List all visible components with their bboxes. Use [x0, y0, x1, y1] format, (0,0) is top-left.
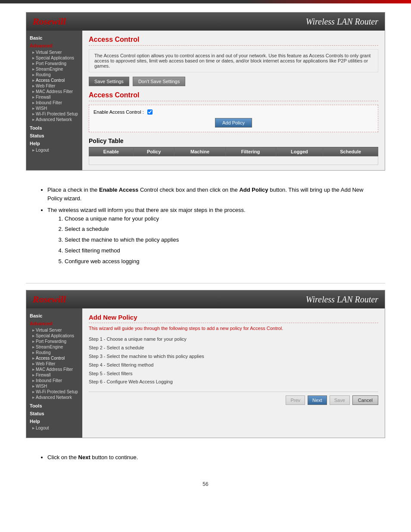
cancel-button[interactable]: Cancel — [352, 395, 378, 405]
sidebar-item-inbound-filter-1[interactable]: Inbound Filter — [26, 100, 82, 106]
wizard-step-4: Step 4 - Select filtering method — [89, 361, 378, 370]
sidebar-help-1[interactable]: Help — [26, 140, 82, 147]
sidebar-item-wifi-setup-1[interactable]: Wi-Fi Protected Setup — [26, 111, 82, 117]
step-4: Select filtering method — [65, 246, 377, 255]
th-enable-1: Enable — [89, 147, 134, 156]
th-logged-1: Logged — [276, 147, 323, 156]
enable-access-row-1: Enable Access Control : — [93, 109, 374, 115]
sidebar-item-wish-1[interactable]: WISH — [26, 106, 82, 111]
sidebar-item-virtual-server-1[interactable]: Virtual Server — [26, 50, 82, 55]
steps-list-1: Choose a unique name for your policy Sel… — [47, 215, 377, 266]
add-policy-button-1[interactable]: Add Policy — [215, 118, 252, 128]
top-accent-bar — [0, 0, 411, 3]
sidebar-item-access-control-2[interactable]: Access Control — [26, 355, 82, 361]
next-button[interactable]: Next — [308, 395, 327, 405]
sidebar-2: Basic Advanced Virtual Server Special Ap… — [26, 308, 82, 438]
bullet-item-next: Click on the Next button to continue. — [47, 453, 377, 462]
router-header-2: Rosewill Wireless LAN Router — [26, 290, 385, 308]
router-title-2: Wireless LAN Router — [306, 295, 378, 305]
router-panel-2: Rosewill Wireless LAN Router Basic Advan… — [26, 290, 385, 438]
wizard-step-3: Step 3 - Select the machine to which thi… — [89, 352, 378, 361]
th-policy-1: Policy — [133, 147, 174, 156]
sidebar-status-1[interactable]: Status — [26, 132, 82, 140]
sidebar-item-web-filter-1[interactable]: Web Filter — [26, 83, 82, 89]
bullet-item-2: The wireless wizard will inform you that… — [47, 206, 377, 266]
save-settings-button-1[interactable]: Save Settings — [89, 77, 129, 86]
button-row-1: Save Settings Don't Save Settings — [89, 77, 378, 86]
sidebar-item-special-apps-1[interactable]: Special Applications — [26, 55, 82, 61]
router-logo-2: Rosewill — [33, 294, 66, 305]
instructions-1: Place a check in the Enable Access Contr… — [26, 179, 385, 277]
prev-button[interactable]: Prev — [286, 395, 305, 405]
bold-enable-access: Enable Access — [99, 187, 138, 193]
wizard-buttons: Prev Next Save Cancel — [89, 392, 378, 405]
sidebar-tools-2[interactable]: Tools — [26, 402, 82, 410]
wizard-step-1: Step 1 - Choose a unique name for your p… — [89, 335, 378, 344]
sidebar-item-inbound-filter-2[interactable]: Inbound Filter — [26, 378, 82, 383]
table-row-empty-1 — [89, 156, 378, 165]
access-control-sub-title-1: Access Control — [89, 91, 378, 101]
sidebar-item-virtual-server-2[interactable]: Virtual Server — [26, 327, 82, 333]
sidebar-advanced-2[interactable]: Advanced — [26, 320, 82, 327]
description-box-1: The Access Control option allows you to … — [89, 49, 378, 72]
wizard-save-button[interactable]: Save — [330, 395, 350, 405]
th-machine-1: Machine — [174, 147, 225, 156]
enable-label-1: Enable Access Control : — [93, 109, 144, 115]
bullet-item-1: Place a check in the Enable Access Contr… — [47, 186, 377, 202]
sidebar-item-advanced-network-2[interactable]: Advanced Network — [26, 395, 82, 400]
sidebar-basic-1[interactable]: Basic — [26, 34, 82, 42]
sidebar-logout-1[interactable]: Logout — [26, 147, 82, 153]
sidebar-logout-2[interactable]: Logout — [26, 425, 82, 431]
policy-table-title-1: Policy Table — [89, 137, 378, 144]
sidebar-status-2[interactable]: Status — [26, 410, 82, 417]
sidebar-item-mac-filter-2[interactable]: MAC Address Filter — [26, 367, 82, 372]
step-1: Choose a unique name for your policy — [65, 215, 377, 224]
router-panel-1: Rosewill Wireless LAN Router Basic Advan… — [26, 12, 385, 171]
sidebar-item-routing-1[interactable]: Routing — [26, 72, 82, 78]
policy-table-section-1: Policy Table Enable Policy Machine Filte… — [89, 137, 378, 165]
router-header-1: Rosewill Wireless LAN Router — [26, 12, 385, 31]
enable-access-checkbox-1[interactable] — [147, 109, 153, 115]
bullet-list-1: Place a check in the Enable Access Contr… — [39, 186, 377, 266]
wizard-step-5: Step 5 - Select filters — [89, 370, 378, 378]
dont-save-button-1[interactable]: Don't Save Settings — [133, 77, 185, 86]
wizard-steps: Step 1 - Choose a unique name for your p… — [89, 335, 378, 386]
policy-table-1: Enable Policy Machine Filtering Logged S… — [89, 147, 378, 165]
sidebar-item-port-fwd-2[interactable]: Port Forwarding — [26, 339, 82, 344]
add-policy-row-1: Add Policy — [93, 118, 374, 128]
page-content: Rosewill Wireless LAN Router Basic Advan… — [0, 3, 411, 496]
sidebar-item-web-filter-2[interactable]: Web Filter — [26, 361, 82, 367]
router-body-2: Basic Advanced Virtual Server Special Ap… — [26, 308, 385, 438]
sidebar-item-wifi-setup-2[interactable]: Wi-Fi Protected Setup — [26, 389, 82, 395]
step-3: Select the machine to which the policy a… — [65, 236, 377, 245]
sidebar-item-special-apps-2[interactable]: Special Applications — [26, 333, 82, 339]
sidebar-basic-2[interactable]: Basic — [26, 312, 82, 320]
sidebar-item-port-fwd-1[interactable]: Port Forwarding — [26, 61, 82, 66]
sidebar-item-streamengine-2[interactable]: StreamEngine — [26, 344, 82, 350]
wizard-title: Add New Policy — [89, 314, 378, 323]
sidebar-item-streamengine-1[interactable]: StreamEngine — [26, 66, 82, 72]
th-schedule-1: Schedule — [323, 147, 378, 156]
section-divider — [26, 283, 385, 283]
sidebar-item-routing-2[interactable]: Routing — [26, 350, 82, 355]
table-header-row-1: Enable Policy Machine Filtering Logged S… — [89, 147, 378, 156]
sidebar-1: Basic Advanced Virtual Server Special Ap… — [26, 31, 82, 170]
sidebar-item-advanced-network-1[interactable]: Advanced Network — [26, 117, 82, 122]
sidebar-item-wish-2[interactable]: WISH — [26, 383, 82, 389]
sidebar-advanced-1[interactable]: Advanced — [26, 42, 82, 50]
step-5: Configure web access logging — [65, 257, 377, 266]
sidebar-help-2[interactable]: Help — [26, 417, 82, 425]
page-number: 56 — [26, 481, 385, 487]
sidebar-item-mac-filter-1[interactable]: MAC Address Filter — [26, 89, 82, 94]
th-filtering-1: Filtering — [225, 147, 276, 156]
wizard-content: Add New Policy This wizard will guide yo… — [82, 308, 385, 438]
router-logo-1: Rosewill — [33, 16, 66, 27]
description-text-1: The Access Control option allows you to … — [94, 53, 371, 68]
sidebar-item-firewall-1[interactable]: Firewall — [26, 94, 82, 100]
sidebar-item-firewall-2[interactable]: Firewall — [26, 372, 82, 378]
instructions-2: Click on the Next button to continue. — [26, 447, 385, 473]
wizard-intro: This wizard will guide you through the f… — [89, 326, 378, 331]
step-2: Select a schedule — [65, 225, 377, 234]
sidebar-item-access-control-1[interactable]: Access Control — [26, 78, 82, 83]
sidebar-tools-1[interactable]: Tools — [26, 124, 82, 132]
